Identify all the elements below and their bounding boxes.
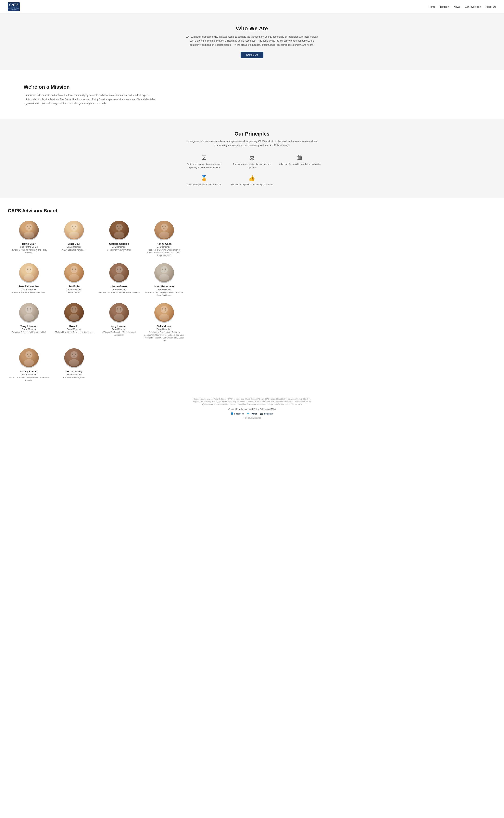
avatar-nancy — [19, 348, 39, 367]
footer-copyright: Council for Advocacy and Policy Solution… — [8, 408, 496, 411]
principle-text-1: Truth and accuracy in research and repor… — [183, 162, 225, 169]
svg-point-12 — [114, 231, 124, 238]
member-role-mimi: Board Member — [143, 288, 185, 290]
svg-point-63 — [27, 353, 28, 355]
avatar-mimi — [154, 263, 174, 282]
logo-subtitle: COUNCIL FOR ADVOCACY AND POLICY SOLUTION… — [8, 7, 20, 10]
member-name-rose: Rose Li — [53, 325, 95, 327]
avatar-jane — [19, 263, 39, 282]
nav-get-involved[interactable]: Get Involved ▾ — [465, 5, 481, 8]
principle-text-2: Transparency in distinguishing facts and… — [231, 162, 273, 169]
board-member-mimi: Mimi HassaneinBoard MemberDirector of Co… — [143, 263, 185, 297]
member-role-jason: Board Member — [98, 288, 140, 290]
footer-social: 📘 Facebook 🐦 Twitter 📷 Instagram — [8, 413, 496, 415]
member-name-mikel: Mikel Blair — [53, 242, 95, 245]
svg-point-44 — [30, 308, 31, 309]
board-member-kelly: Kelly LeonardBoard MemberCEO and Co-Foun… — [98, 303, 140, 342]
nav-news[interactable]: News — [454, 5, 460, 8]
mission-title: We're on a Mission — [24, 84, 480, 90]
board-member-jason: Jason GreenBoard MemberFormer Associate … — [98, 263, 140, 297]
member-photo-jordan — [64, 348, 84, 368]
member-photo-kelly — [109, 303, 129, 323]
mission-description: Our mission is to educate and activate t… — [24, 93, 157, 105]
board-section: CAPS Advisory Board David BlairChair of … — [0, 198, 504, 392]
nav-issues[interactable]: Issues ▾ — [440, 5, 449, 8]
board-member-david: David BlairChair of the BoardFounder, Co… — [8, 221, 50, 257]
svg-point-14 — [120, 226, 121, 227]
svg-point-28 — [72, 268, 73, 270]
svg-point-42 — [24, 314, 34, 321]
member-desc-jordan: CEO and Founder, Atslo — [53, 376, 95, 379]
logo[interactable]: CAPS COUNCIL FOR ADVOCACY AND POLICY SOL… — [8, 2, 20, 11]
member-role-nancy: Board Member — [8, 373, 50, 376]
board-member-jane: Jane FairweatherBoard MemberOwner at The… — [8, 263, 50, 297]
navigation: CAPS COUNCIL FOR ADVOCACY AND POLICY SOL… — [0, 0, 504, 14]
member-photo-jason — [109, 263, 129, 283]
member-photo-mikel — [64, 221, 84, 240]
avatar-rose — [64, 303, 84, 322]
avatar-claudia — [109, 221, 129, 239]
member-photo-rose — [64, 303, 84, 323]
svg-point-16 — [161, 224, 168, 231]
principles-intro: Home-grown information channels—newspape… — [185, 139, 319, 147]
member-photo-jane — [19, 263, 39, 283]
avatar-david — [19, 221, 39, 239]
svg-point-4 — [30, 226, 31, 227]
svg-point-24 — [30, 268, 31, 270]
member-desc-jason: Former Associate Counsel to President Ob… — [98, 291, 140, 294]
member-desc-lisa: Retired MCPS — [53, 291, 95, 294]
avatar-mikel — [64, 221, 84, 239]
principles-title: Our Principles — [16, 131, 488, 137]
medal-icon: 🏅 — [201, 175, 208, 181]
principle-item-3: 🏛 Advocacy for sensible legislation and … — [279, 154, 321, 169]
board-member-jordan: Jordan SteffyBoard MemberCEO and Founder… — [53, 348, 95, 382]
footer-legal: Council for Advocacy and Policy Solution… — [193, 398, 311, 406]
member-role-david: Chair of the Board — [8, 246, 50, 248]
svg-point-19 — [165, 226, 166, 227]
member-name-nancy: Nancy Roman — [8, 370, 50, 373]
contact-us-button[interactable]: Contact Us — [241, 52, 263, 58]
member-desc-mikel: CEO, Badlands Playspace — [53, 249, 95, 251]
member-name-mimi: Mimi Hassanein — [143, 285, 185, 288]
svg-point-41 — [25, 306, 32, 313]
svg-point-9 — [75, 226, 76, 227]
board-grid: David BlairChair of the BoardFounder, Co… — [8, 221, 185, 382]
svg-point-67 — [69, 359, 79, 366]
nav-home[interactable]: Home — [429, 5, 435, 8]
member-photo-hanny — [154, 221, 174, 240]
svg-point-39 — [165, 268, 166, 270]
svg-point-26 — [70, 266, 78, 273]
avatar-jason — [109, 263, 129, 282]
svg-point-51 — [116, 306, 123, 313]
svg-point-2 — [24, 231, 34, 238]
member-desc-hanny: President of US-China Association of Com… — [143, 249, 185, 257]
member-name-sally: Sally Murek — [143, 325, 185, 327]
member-role-lisa: Board Member — [53, 288, 95, 290]
member-role-jane: Board Member — [8, 288, 50, 290]
instagram-link[interactable]: 📷 Instagram — [260, 413, 273, 415]
thumbsup-icon: 👍 — [248, 175, 255, 181]
member-name-david: David Blair — [8, 242, 50, 245]
board-member-mikel: Mikel BlairBoard MemberCEO, Badlands Pla… — [53, 221, 95, 257]
member-desc-terry: Executive Officer, Health Ventures LLC — [8, 331, 50, 334]
member-name-claudia: Claudia Canales — [98, 242, 140, 245]
board-member-sally: Sally MurekBoard MemberCoordinator, Para… — [143, 303, 185, 342]
nav-links: Home Issues ▾ News Get Involved ▾ About … — [429, 5, 496, 8]
who-we-are-description: CAPS, a nonprofit public policy institut… — [185, 35, 319, 47]
avatar-hanny — [154, 221, 174, 239]
member-role-terry: Board Member — [8, 328, 50, 330]
svg-point-8 — [72, 226, 73, 227]
principles-grid: ☑ Truth and accuracy in research and rep… — [183, 154, 321, 186]
svg-point-53 — [117, 308, 118, 309]
member-name-terry: Terry Lierman — [8, 325, 50, 327]
facebook-link[interactable]: 📘 Facebook — [231, 413, 244, 415]
avatar-sally — [154, 303, 174, 322]
member-role-rose: Board Member — [53, 328, 95, 330]
svg-point-48 — [72, 308, 73, 309]
principle-text-3: Advocacy for sensible legislation and po… — [279, 162, 321, 166]
svg-point-21 — [25, 266, 32, 273]
svg-point-29 — [75, 268, 76, 270]
nav-about-us[interactable]: About Us — [486, 5, 496, 8]
twitter-link[interactable]: 🐦 Twitter — [247, 413, 257, 415]
svg-point-17 — [159, 231, 169, 238]
